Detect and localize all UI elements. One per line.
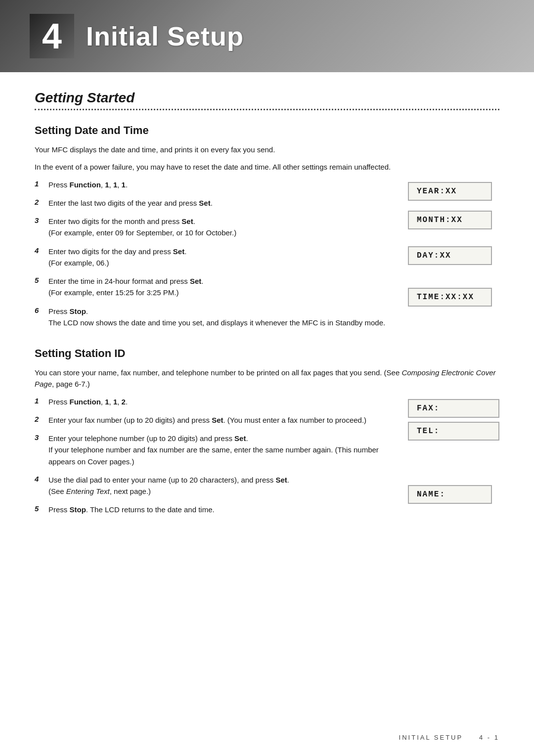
lcd-display-name: NAME:	[408, 485, 492, 504]
lcd-display-fax: FAX:	[408, 399, 499, 418]
step-bold: 1	[113, 180, 117, 189]
section-divider	[35, 109, 499, 110]
page-header: 4 Initial Setup	[0, 0, 534, 72]
step-row: 3 Enter your telephone number (up to 20 …	[35, 433, 393, 467]
step-content: Enter the last two digits of the year an…	[48, 197, 393, 209]
step-number: 3	[35, 433, 48, 442]
step-bold: Set	[173, 247, 184, 256]
step-number: 2	[35, 197, 48, 206]
step-bold: 1	[105, 180, 109, 189]
subsection-heading-date-time: Setting Date and Time	[35, 124, 499, 137]
step-number: 5	[35, 504, 48, 513]
step-row: 1 Press Function, 1, 1, 2.	[35, 396, 393, 407]
step-content: Press Stop. The LCD now shows the date a…	[48, 306, 393, 329]
step-row: 3 Enter two digits for the month and pre…	[35, 216, 393, 239]
lcd-display-day: DAY:XX	[408, 246, 492, 265]
step-bold: 1	[122, 180, 126, 189]
chapter-title: Initial Setup	[86, 21, 244, 51]
step-row: 6 Press Stop. The LCD now shows the date…	[35, 306, 393, 329]
italic-ref: Composing Electronic Cover Page	[35, 368, 496, 388]
step-bold: 1	[105, 398, 109, 406]
step-content: Press Stop. The LCD returns to the date …	[48, 504, 393, 515]
step-content: Enter the time in 24-hour format and pre…	[48, 275, 393, 299]
italic-ref: Entering Text	[66, 487, 110, 495]
step-content: Enter two digits for the month and press…	[48, 216, 393, 239]
step-content: Enter your fax number (up to 20 digits) …	[48, 414, 393, 426]
lcd-panel-station-id: FAX: TEL: NAME:	[408, 396, 499, 523]
section-heading: Getting Started	[35, 90, 499, 106]
step-row: 5 Enter the time in 24-hour format and p…	[35, 275, 393, 299]
step-number: 1	[35, 396, 48, 405]
step-bold: Set	[234, 434, 246, 443]
step-content: Press Function, 1, 1, 2.	[48, 396, 393, 407]
intro-para-2: In the event of a power failure, you may…	[35, 161, 499, 173]
step-list-date-time: 1 Press Function, 1, 1, 1. 2 Enter the l…	[35, 179, 393, 336]
step-bold: Stop	[70, 307, 86, 315]
step-content: Enter two digits for the day and press S…	[48, 246, 393, 269]
footer-text: INITIAL SETUP	[399, 734, 463, 741]
page-footer: INITIAL SETUP 4 - 1	[399, 734, 499, 741]
step-row: 4 Use the dial pad to enter your name (u…	[35, 474, 393, 497]
footer-page: 4 - 1	[479, 734, 499, 741]
subsection-heading-station-id: Setting Station ID	[35, 347, 499, 360]
step-row: 5 Press Stop. The LCD returns to the dat…	[35, 504, 393, 515]
step-number: 1	[35, 179, 48, 188]
station-id-steps: 1 Press Function, 1, 1, 2. 2 Enter your …	[35, 396, 499, 523]
step-number: 5	[35, 275, 48, 284]
station-id-intro: You can store your name, fax number, and…	[35, 367, 499, 390]
step-bold: 2	[122, 398, 126, 406]
lcd-display-month: MONTH:XX	[408, 211, 492, 229]
lcd-display-time: TIME:XX:XX	[408, 288, 492, 307]
step-content: Enter your telephone number (up to 20 di…	[48, 433, 393, 467]
step-number: 2	[35, 414, 48, 423]
step-number: 4	[35, 474, 48, 483]
step-bold: Set	[199, 199, 210, 207]
step-bold: Set	[275, 476, 287, 484]
step-bold: Function	[70, 398, 101, 406]
lcd-panel-date-time: YEAR:XX MONTH:XX DAY:XX TIME:XX:XX	[408, 179, 499, 336]
step-row: 2 Enter the last two digits of the year …	[35, 197, 393, 209]
intro-para-1: Your MFC displays the date and time, and…	[35, 144, 499, 155]
step-bold: Stop	[70, 505, 86, 514]
step-bold: 1	[113, 398, 117, 406]
content-area: Getting Started Setting Date and Time Yo…	[0, 90, 534, 554]
step-content: Use the dial pad to enter your name (up …	[48, 474, 393, 497]
lcd-display-tel: TEL:	[408, 422, 499, 441]
step-bold: Set	[181, 217, 193, 225]
step-row: 1 Press Function, 1, 1, 1.	[35, 179, 393, 190]
step-row: 4 Enter two digits for the day and press…	[35, 246, 393, 269]
chapter-number: 4	[30, 14, 74, 58]
lcd-display-year: YEAR:XX	[408, 182, 492, 201]
step-number: 6	[35, 306, 48, 314]
step-number: 4	[35, 246, 48, 255]
step-bold: Set	[190, 277, 201, 285]
date-time-steps: 1 Press Function, 1, 1, 1. 2 Enter the l…	[35, 179, 499, 336]
step-bold: Function	[70, 180, 101, 189]
step-row: 2 Enter your fax number (up to 20 digits…	[35, 414, 393, 426]
step-bold: Set	[212, 416, 223, 424]
step-list-station-id: 1 Press Function, 1, 1, 2. 2 Enter your …	[35, 396, 393, 523]
step-content: Press Function, 1, 1, 1.	[48, 179, 393, 190]
step-number: 3	[35, 216, 48, 224]
